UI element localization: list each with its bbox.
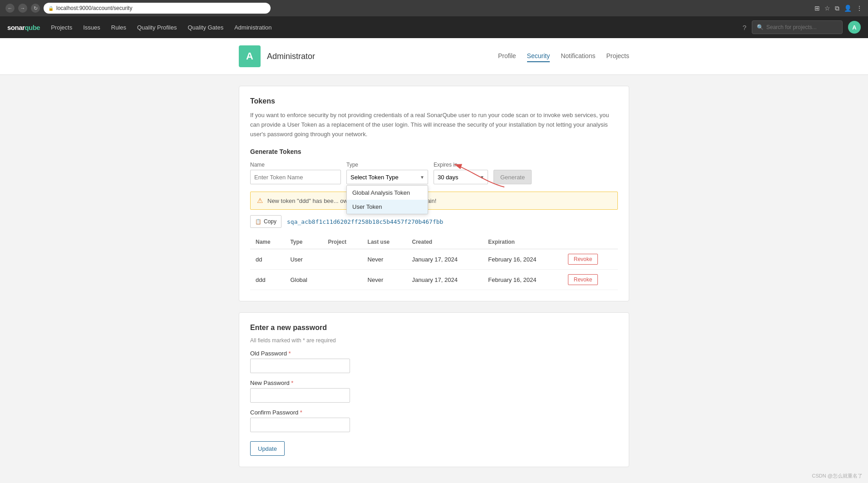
browser-chrome: ← → ↻ 🔒 localhost:9000/account/security … — [0, 0, 868, 16]
table-row: ddd Global Never January 17, 2024 Februa… — [250, 270, 618, 290]
generate-tokens-title: Generate Tokens — [250, 148, 618, 155]
token-name-input[interactable] — [250, 170, 341, 184]
col-expiration: Expiration — [483, 235, 562, 249]
nav-right: ? 🔍 A — [743, 20, 861, 34]
row2-expiration: February 16, 2024 — [483, 270, 562, 290]
nav-quality-profiles[interactable]: Quality Profiles — [137, 22, 177, 33]
dropdown-item-global[interactable]: Global Analysis Token — [347, 186, 428, 200]
old-password-input[interactable] — [250, 359, 350, 373]
type-select[interactable]: Select Token TypeGlobal Analysis TokenUs… — [346, 170, 428, 184]
cast-icon[interactable]: ⊞ — [814, 5, 820, 12]
bookmark-icon[interactable]: ☆ — [824, 5, 830, 12]
new-password-input[interactable] — [250, 388, 350, 403]
logo[interactable]: sonarqube — [7, 24, 40, 31]
col-type: Type — [285, 235, 322, 249]
confirm-password-label: Confirm Password * — [250, 409, 618, 416]
new-password-label: New Password * — [250, 380, 618, 386]
search-box: 🔍 — [752, 20, 843, 34]
search-icon: 🔍 — [757, 24, 764, 30]
warning-icon: ⚠ — [257, 197, 263, 205]
required-star-2: * — [291, 380, 293, 386]
tab-notifications[interactable]: Notifications — [561, 50, 595, 62]
password-card: Enter a new password All fields marked w… — [239, 312, 629, 467]
nav-projects[interactable]: Projects — [51, 22, 72, 33]
account-info: A Administrator — [239, 45, 315, 67]
watermark: CSDN @怎么就重名了 — [812, 473, 863, 478]
alert-warning: ⚠ New token "ddd" has bee... ow, you won… — [250, 192, 618, 210]
copy-label: Copy — [264, 218, 276, 225]
row1-expiration: February 16, 2024 — [483, 249, 562, 270]
name-group: Name — [250, 162, 341, 184]
old-password-group: Old Password * — [250, 350, 618, 373]
top-nav: sonarqube Projects Issues Rules Quality … — [0, 16, 868, 38]
token-value: sqa_acb8f1c11d6202ff258b18c5b4457f270b46… — [287, 218, 443, 225]
refresh-button[interactable]: ↻ — [31, 4, 40, 13]
user-avatar-button[interactable]: A — [848, 21, 861, 34]
row2-name: ddd — [250, 270, 285, 290]
tab-profile[interactable]: Profile — [498, 50, 516, 62]
dropdown-item-user[interactable]: User Token — [347, 200, 428, 214]
row1-last-use: Never — [362, 249, 407, 270]
update-button[interactable]: Update — [250, 441, 285, 456]
address-bar: 🔒 localhost:9000/account/security — [44, 3, 271, 14]
tokens-card: Tokens If you want to enforce security b… — [239, 86, 629, 301]
tab-security[interactable]: Security — [527, 50, 550, 62]
revoke-button-1[interactable]: Revoke — [568, 254, 598, 265]
account-username: Administrator — [267, 52, 315, 61]
col-created: Created — [407, 235, 483, 249]
table-row: dd User Never January 17, 2024 February … — [250, 249, 618, 270]
row2-created: January 17, 2024 — [407, 270, 483, 290]
type-dropdown-menu: Global Analysis Token User Token — [346, 185, 428, 214]
tokens-description: If you want to enforce security by not p… — [250, 111, 618, 139]
tokens-title: Tokens — [250, 97, 618, 105]
help-button[interactable]: ? — [743, 24, 746, 31]
required-star-3: * — [300, 409, 302, 416]
profile-icon[interactable]: 👤 — [844, 5, 852, 12]
row2-type: Global — [285, 270, 322, 290]
revoke-button-2[interactable]: Revoke — [568, 274, 598, 285]
nav-quality-gates[interactable]: Quality Gates — [187, 22, 223, 33]
copy-icon: 📋 — [255, 219, 261, 225]
row1-project — [322, 249, 362, 270]
confirm-password-group: Confirm Password * — [250, 409, 618, 432]
col-name: Name — [250, 235, 285, 249]
copy-button[interactable]: 📋 Copy — [250, 215, 281, 228]
account-tabs: Profile Security Notifications Projects — [498, 50, 629, 62]
password-title: Enter a new password — [250, 324, 618, 332]
lock-icon: 🔒 — [48, 6, 54, 11]
token-row: 📋 Copy sqa_acb8f1c11d6202ff258b18c5b4457… — [250, 215, 618, 228]
expires-select[interactable]: 30 days — [434, 170, 488, 184]
tokens-table: Name Type Project Last use Created Expir… — [250, 235, 618, 290]
confirm-password-input[interactable] — [250, 418, 350, 432]
row1-name: dd — [250, 249, 285, 270]
tab-projects[interactable]: Projects — [606, 50, 629, 62]
row2-last-use: Never — [362, 270, 407, 290]
extensions-icon[interactable]: ⧉ — [835, 5, 839, 12]
nav-administration[interactable]: Administration — [234, 22, 271, 33]
nav-rules[interactable]: Rules — [111, 22, 126, 33]
forward-button[interactable]: → — [18, 4, 27, 13]
row1-created: January 17, 2024 — [407, 249, 483, 270]
name-label: Name — [250, 162, 341, 168]
required-note: All fields marked with * are required — [250, 337, 618, 344]
generate-button[interactable]: Generate — [493, 170, 532, 184]
old-password-label: Old Password * — [250, 350, 618, 357]
password-form: All fields marked with * are required Ol… — [250, 337, 618, 456]
type-label: Type — [346, 162, 428, 168]
tokens-table-body: dd User Never January 17, 2024 February … — [250, 249, 618, 290]
expires-label: Expires in — [434, 162, 488, 168]
type-group: Type Select Token TypeGlobal Analysis To… — [346, 162, 428, 184]
menu-icon[interactable]: ⋮ — [856, 5, 863, 12]
nav-issues[interactable]: Issues — [83, 22, 100, 33]
col-last-use: Last use — [362, 235, 407, 249]
url-text: localhost:9000/account/security — [56, 5, 132, 11]
back-button[interactable]: ← — [5, 4, 15, 13]
expires-group: Expires in 30 days ▼ — [434, 162, 488, 184]
browser-actions: ⊞ ☆ ⧉ 👤 ⋮ — [814, 5, 863, 12]
type-select-wrapper: Select Token TypeGlobal Analysis TokenUs… — [346, 170, 428, 184]
search-input[interactable] — [766, 24, 838, 30]
type-dropdown-container: Select Token TypeGlobal Analysis TokenUs… — [346, 170, 428, 184]
expires-select-wrapper: 30 days ▼ — [434, 170, 488, 184]
row2-project — [322, 270, 362, 290]
account-header: A Administrator Profile Security Notific… — [0, 38, 868, 75]
